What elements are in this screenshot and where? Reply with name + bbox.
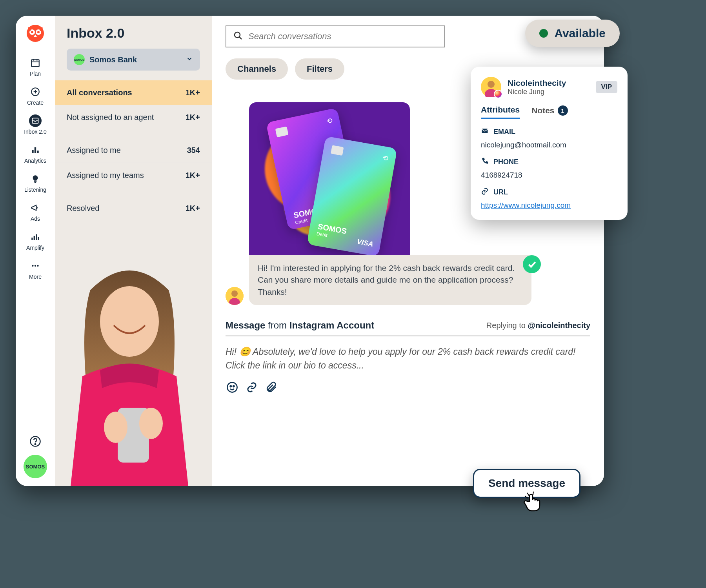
nav-item-amplify[interactable]: Amplify <box>16 227 55 254</box>
svg-point-25 <box>35 265 36 267</box>
nav-label: Create <box>27 100 44 106</box>
filter-label: Assigned to me <box>67 146 121 155</box>
filter-count: 1K+ <box>186 171 200 180</box>
filter-label: Not assigned to an agent <box>67 113 154 122</box>
contact-handle: Nicoleinthecity <box>508 78 590 88</box>
phone-icon <box>481 157 489 167</box>
filter-count: 1K+ <box>186 204 200 213</box>
inbox-panel: Inbox 2.0 SOMOS Somos Bank All conversat… <box>55 16 212 486</box>
svg-point-32 <box>231 290 238 297</box>
nav-item-analytics[interactable]: Analytics <box>16 140 55 167</box>
nav-label: Amplify <box>26 245 44 251</box>
nav-rail: Plan Create Inbox 2.0 Analytics Listenin… <box>16 16 55 486</box>
nav-item-plan[interactable]: Plan <box>16 53 55 80</box>
svg-line-45 <box>525 496 528 498</box>
emoji-icon[interactable] <box>226 381 239 394</box>
svg-point-0 <box>27 25 44 42</box>
reply-header: Message from Instagram Account Replying … <box>226 320 590 336</box>
search-input[interactable] <box>248 31 437 42</box>
owl-logo <box>24 24 47 47</box>
svg-point-42 <box>488 81 495 88</box>
filter-assigned-teams[interactable]: Assigned to my teams 1K+ <box>55 163 212 188</box>
link-field-icon <box>481 187 489 197</box>
availability-status[interactable]: Available <box>525 20 620 47</box>
read-check-icon <box>523 255 541 273</box>
filter-resolved[interactable]: Resolved 1K+ <box>55 196 212 221</box>
attachment-icon[interactable] <box>265 381 278 394</box>
nav-label: Plan <box>30 71 41 77</box>
nav-item-create[interactable]: Create <box>16 82 55 109</box>
notes-count-badge: 1 <box>558 105 568 116</box>
tab-attributes[interactable]: Attributes <box>481 105 520 119</box>
instagram-badge-icon <box>494 90 502 98</box>
svg-line-30 <box>239 37 242 39</box>
app-frame: Plan Create Inbox 2.0 Analytics Listenin… <box>16 16 604 486</box>
email-icon <box>481 127 489 137</box>
svg-line-46 <box>527 493 529 496</box>
filter-count: 1K+ <box>186 113 200 122</box>
nav-label: Analytics <box>24 158 46 164</box>
contact-card: Nicoleinthecity Nicole Jung VIP Attribut… <box>471 67 628 220</box>
link-icon[interactable] <box>245 381 258 394</box>
svg-rect-16 <box>37 151 38 153</box>
contact-url[interactable]: https://www.nicolejung.com <box>481 201 571 209</box>
message-attachment-image[interactable]: ⟲ SOMOS Credit ⟲ SOMOS Debit VISA <box>249 102 410 255</box>
contact-name: Nicole Jung <box>508 88 590 96</box>
svg-point-34 <box>227 383 237 392</box>
help-icon[interactable] <box>28 434 42 448</box>
calendar-icon <box>29 56 42 69</box>
bulb-icon <box>29 172 42 185</box>
filter-assigned-me[interactable]: Assigned to me 354 <box>55 138 212 163</box>
svg-point-26 <box>37 265 38 267</box>
nav-item-more[interactable]: More <box>16 256 55 283</box>
nav-label: Ads <box>31 216 40 222</box>
workspace-selector[interactable]: SOMOS Somos Bank <box>67 49 200 71</box>
search-bar[interactable] <box>226 25 445 47</box>
filters-pill[interactable]: Filters <box>295 58 344 80</box>
chevron-down-icon <box>186 55 193 64</box>
inbox-icon <box>29 114 42 127</box>
filter-all-conversations[interactable]: All conversations 1K+ <box>55 80 212 105</box>
email-label: EMAIL <box>493 128 515 136</box>
filter-not-assigned[interactable]: Not assigned to an agent 1K+ <box>55 105 212 130</box>
workspace-avatar[interactable]: SOMOS <box>24 455 47 478</box>
signal-icon <box>29 230 42 243</box>
svg-rect-15 <box>35 147 36 153</box>
bar-chart-icon <box>29 143 42 156</box>
workspace-badge-icon: SOMOS <box>74 54 85 65</box>
nav-item-inbox[interactable]: Inbox 2.0 <box>16 111 55 138</box>
svg-rect-14 <box>32 150 33 153</box>
svg-point-29 <box>235 32 240 38</box>
svg-point-4 <box>37 31 40 33</box>
nav-item-ads[interactable]: Ads <box>16 198 55 225</box>
inbox-filters: All conversations 1K+ Not assigned to an… <box>55 80 212 221</box>
svg-point-24 <box>32 265 33 267</box>
filter-label: Resolved <box>67 204 99 213</box>
svg-rect-20 <box>31 238 33 240</box>
message-text: Hi! I'm interested in applying for the 2… <box>249 255 531 305</box>
dots-icon <box>29 260 42 272</box>
svg-rect-21 <box>34 236 35 240</box>
svg-point-17 <box>33 175 38 180</box>
sender-avatar[interactable] <box>226 287 244 305</box>
status-dot-icon <box>539 29 548 38</box>
search-icon <box>233 31 243 42</box>
tab-notes[interactable]: Notes 1 <box>531 105 568 119</box>
cursor-hand-icon <box>522 490 545 515</box>
svg-point-35 <box>230 386 231 387</box>
phone-label: PHONE <box>493 158 519 166</box>
nav-item-listening[interactable]: Listening <box>16 169 55 196</box>
svg-rect-18 <box>34 180 37 181</box>
reply-draft[interactable]: Hi! 😊 Absolutely, we'd love to help you … <box>226 345 590 372</box>
svg-rect-23 <box>38 237 39 240</box>
svg-point-28 <box>35 444 36 445</box>
filter-label: All conversations <box>67 88 132 97</box>
vip-badge: VIP <box>596 81 617 93</box>
filter-count: 354 <box>187 146 200 155</box>
contact-avatar[interactable] <box>481 77 501 97</box>
nav-label: Listening <box>24 187 46 193</box>
channels-pill[interactable]: Channels <box>226 58 288 80</box>
composer-toolbar <box>226 381 590 394</box>
contact-email: nicolejung@hootmail.com <box>481 141 617 149</box>
url-label: URL <box>493 188 508 196</box>
